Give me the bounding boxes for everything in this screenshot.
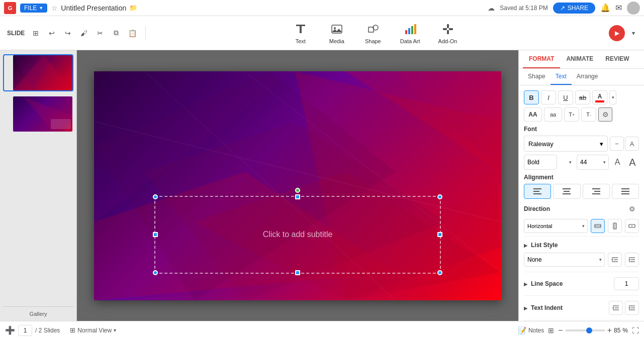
direction-gear[interactable]: ⚙ <box>625 202 639 216</box>
handle-bottom-center[interactable] <box>295 270 300 275</box>
addon-tool[interactable]: Add-On <box>434 20 462 46</box>
view-mode-selector[interactable]: ⊞ Normal View ▾ <box>70 326 116 334</box>
line-space-collapse-icon: ▶ <box>524 281 528 287</box>
paste-button[interactable]: 📋 <box>125 26 139 40</box>
grid-view-button[interactable]: ⊞ <box>29 26 43 40</box>
avatar[interactable] <box>627 2 640 15</box>
svg-rect-38 <box>621 191 629 192</box>
italic-button[interactable]: I <box>541 90 556 104</box>
text-indent-increase-btn[interactable] <box>625 301 639 315</box>
lowercase-button[interactable]: aa <box>544 107 562 122</box>
play-button[interactable]: ▶ <box>609 25 625 41</box>
slide-thumbnail-1[interactable]: 1 <box>3 54 73 91</box>
svg-rect-9 <box>414 24 416 34</box>
list-style-select[interactable]: None Bullet Numbered <box>524 253 605 267</box>
cut-button[interactable]: ✂ <box>93 26 107 40</box>
subtitle-textbox[interactable]: Click to add subtitle <box>154 196 441 274</box>
rotate-handle[interactable] <box>295 188 300 193</box>
align-right-button[interactable] <box>583 184 610 199</box>
underline-button[interactable]: U <box>558 90 573 104</box>
list-indent-decrease[interactable] <box>608 253 622 267</box>
addon-tool-icon <box>441 22 455 36</box>
redo-button[interactable]: ↪ <box>61 26 75 40</box>
text-indent-header[interactable]: ▶ Text Indent <box>524 299 639 317</box>
text-case-row: AA aa T+ T- ⚙ <box>524 107 639 122</box>
cloud-icon: ☁ <box>488 4 495 12</box>
subscript-button[interactable]: T- <box>581 107 596 122</box>
font-size-decrease[interactable]: A <box>611 156 624 169</box>
folder-icon[interactable]: 📁 <box>129 4 137 12</box>
zoom-slider[interactable] <box>565 329 605 331</box>
font-size-select[interactable]: 44 12 16 24 32 48 60 72 <box>577 155 609 170</box>
font-color-dropdown[interactable]: ▾ <box>609 90 616 104</box>
subtab-text[interactable]: Text <box>550 69 572 85</box>
font-weight-select[interactable]: Bold Regular Light SemiBold <box>524 155 557 170</box>
zoom-in-icon[interactable]: + <box>607 326 612 335</box>
handle-top-center[interactable] <box>295 194 300 199</box>
copy-button[interactable]: ⧉ <box>109 26 123 40</box>
handle-bottom-left[interactable] <box>153 270 158 275</box>
shape-tool-icon <box>366 22 380 36</box>
current-page-box[interactable]: 1 <box>18 325 32 336</box>
font-color-button[interactable]: A <box>592 90 607 104</box>
strikethrough-button[interactable]: ab <box>575 90 590 104</box>
mail-icon[interactable]: ✉ <box>615 3 622 13</box>
tab-animate[interactable]: ANIMATE <box>560 50 599 68</box>
text-indent-decrease-btn[interactable] <box>609 301 623 315</box>
list-style-header[interactable]: ▶ List Style <box>524 240 639 251</box>
text-settings-gear[interactable]: ⚙ <box>598 107 612 122</box>
star-icon[interactable]: ☆ <box>51 4 58 12</box>
zoom-out-icon[interactable]: − <box>558 326 563 335</box>
handle-middle-left[interactable] <box>153 232 158 237</box>
tab-format[interactable]: FORMAT <box>523 50 560 68</box>
line-space-header[interactable]: ▶ Line Space 1 <box>524 275 639 292</box>
direction-icon-3[interactable] <box>625 219 639 233</box>
slide-thumbnail-2[interactable]: 2 <box>3 95 73 133</box>
font-name-selector[interactable]: Raleway ▾ <box>524 136 608 152</box>
fullscreen-icon[interactable]: ⛶ <box>632 326 639 334</box>
notes-button[interactable]: 📝 Notes <box>518 326 544 334</box>
font-name-chevron: ▾ <box>600 140 603 148</box>
bold-button[interactable]: B <box>524 90 539 104</box>
handle-bottom-right[interactable] <box>437 270 442 275</box>
handle-middle-right[interactable] <box>437 232 442 237</box>
direction-section: Direction ⚙ Horizontal Vertical Rotate 2… <box>524 202 639 233</box>
font-remove-button[interactable]: − <box>610 137 624 151</box>
list-indent-increase[interactable] <box>625 253 639 267</box>
share-icon: ↗ <box>560 5 565 12</box>
tab-review[interactable]: REVIEW <box>599 50 635 68</box>
svg-marker-23 <box>345 71 501 172</box>
direction-icon-2[interactable] <box>608 219 622 233</box>
align-center-button[interactable] <box>553 184 580 199</box>
add-slide-icon[interactable]: ➕ <box>5 325 15 335</box>
undo-button[interactable]: ↩ <box>45 26 59 40</box>
gallery-label[interactable]: Gallery <box>3 311 73 317</box>
slide-canvas[interactable]: Click to add subtitle <box>94 71 501 300</box>
file-menu-button[interactable]: FILE ▼ <box>20 4 47 13</box>
direction-select[interactable]: Horizontal Vertical Rotate 270° <box>524 219 588 233</box>
share-button[interactable]: ↗ SHARE <box>553 3 595 14</box>
align-justify-button[interactable] <box>612 184 639 199</box>
app-logo[interactable]: G <box>4 2 16 14</box>
font-add-button[interactable]: A <box>625 137 639 151</box>
text-tool[interactable]: Text <box>288 20 314 46</box>
bell-icon[interactable]: 🔔 <box>600 3 610 13</box>
text-indent-collapse-icon: ▶ <box>524 305 528 311</box>
grid-options-button[interactable]: ⊞ <box>548 326 554 334</box>
play-dropdown-button[interactable]: ▾ <box>628 25 639 41</box>
superscript-button[interactable]: T+ <box>564 107 579 122</box>
handle-top-left[interactable] <box>153 194 158 199</box>
media-tool[interactable]: Media <box>324 20 350 46</box>
shape-tool[interactable]: Shape <box>360 20 386 46</box>
line-space-input[interactable]: 1 <box>614 277 639 290</box>
direction-icon-1[interactable] <box>591 219 605 233</box>
align-left-button[interactable] <box>524 184 551 199</box>
dataart-tool[interactable]: Data Art <box>396 20 424 46</box>
subtab-arrange[interactable]: Arrange <box>572 69 603 85</box>
handle-top-right[interactable] <box>437 194 442 199</box>
paint-format-button[interactable]: 🖌 <box>77 26 91 40</box>
uppercase-button[interactable]: AA <box>524 107 542 122</box>
document-title[interactable]: Untitled Presentation <box>61 4 126 12</box>
subtab-shape[interactable]: Shape <box>523 69 550 85</box>
font-size-increase[interactable]: A <box>626 156 639 169</box>
